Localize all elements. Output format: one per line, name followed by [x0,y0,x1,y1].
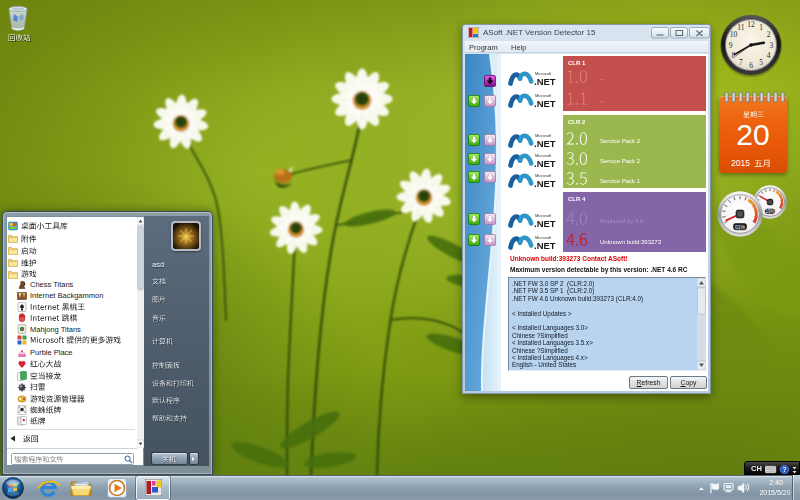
svg-text:.NET: .NET [534,76,556,87]
svg-text:6: 6 [749,61,753,70]
svg-text:.NET: .NET [534,178,556,189]
svg-text:1: 1 [759,23,763,32]
svg-text:8: 8 [732,51,736,60]
svg-text:4: 4 [767,51,771,60]
svg-text:.NET: .NET [534,98,556,109]
svg-text:?: ? [783,466,787,473]
svg-text:.NET: .NET [534,218,556,229]
svg-text:3: 3 [769,41,773,50]
svg-text:19%: 19% [765,209,774,214]
svg-text:9: 9 [729,41,733,50]
svg-text:.NET: .NET [534,158,556,169]
svg-text:5: 5 [759,58,763,67]
svg-text:01%: 01% [735,224,746,230]
svg-text:2: 2 [767,30,771,39]
svg-text:.NET: .NET [534,138,556,149]
svg-text:12: 12 [747,20,755,29]
svg-text:7: 7 [739,58,743,67]
svg-text:.NET: .NET [534,240,556,251]
svg-text:11: 11 [737,23,744,32]
